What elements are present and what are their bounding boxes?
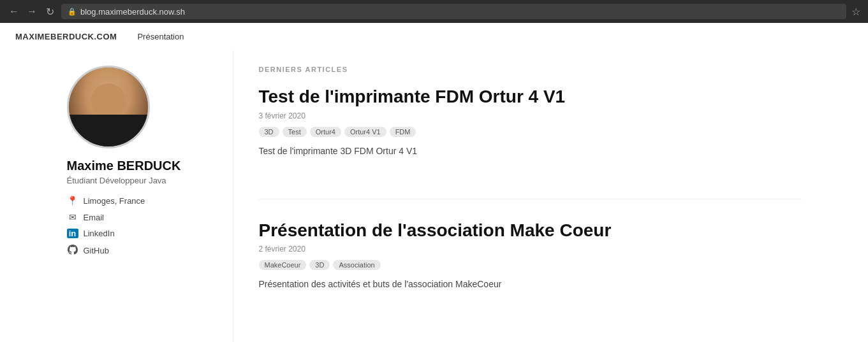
article-tags-1: 3D Test Ortur4 Ortur4 V1 FDM [259, 127, 802, 137]
back-button[interactable]: ← [8, 5, 20, 18]
profile-name: Maxime BERDUCK [67, 159, 181, 173]
section-label: DERNIERS ARTICLES [259, 66, 802, 73]
location-icon: 📍 [67, 196, 78, 206]
github-item[interactable]: GitHub [67, 245, 145, 257]
linkedin-link[interactable]: LinkedIn [84, 229, 115, 238]
article-title-1[interactable]: Test de l'imprimante FDM Ortur 4 V1 [259, 86, 802, 108]
location-text: Limoges, France [84, 196, 145, 206]
email-item[interactable]: ✉ Email [67, 212, 145, 222]
article-item: Présentation de l'association Make Coeur… [259, 220, 802, 312]
tag[interactable]: 3D [309, 260, 330, 270]
article-excerpt-1: Test de l'imprimante 3D FDM Ortur 4 V1 [259, 145, 802, 158]
tag[interactable]: Association [333, 260, 380, 270]
tag[interactable]: Test [283, 127, 307, 137]
linkedin-item[interactable]: in LinkedIn [67, 229, 145, 238]
profile-subtitle: Étudiant Développeur Java [67, 176, 166, 185]
forward-button[interactable]: → [26, 5, 38, 18]
email-link[interactable]: Email [84, 213, 105, 222]
site-nav: MAXIMEBERDUCK.COM Présentation [0, 23, 868, 50]
url-text: blog.maximeberduck.now.sh [80, 7, 185, 17]
main-content: DERNIERS ARTICLES Test de l'imprimante F… [233, 50, 802, 342]
article-date-2: 2 février 2020 [259, 245, 802, 253]
article-title-2[interactable]: Présentation de l'association Make Coeur [259, 220, 802, 241]
github-icon [67, 245, 78, 257]
article-excerpt-2: Présentation des activités et buts de l'… [259, 278, 802, 291]
nav-link-presentation[interactable]: Présentation [137, 32, 184, 41]
article-item: Test de l'imprimante FDM Ortur 4 V1 3 fé… [259, 86, 802, 178]
article-date-1: 3 février 2020 [259, 111, 802, 120]
location-item: 📍 Limoges, France [67, 196, 145, 206]
profile-info: 📍 Limoges, France ✉ Email in LinkedIn Gi… [67, 196, 145, 257]
avatar-image [69, 68, 148, 146]
browser-chrome: ← → ↻ 🔒 blog.maximeberduck.now.sh ☆ [0, 0, 868, 23]
tag[interactable]: Ortur4 [310, 127, 341, 137]
address-bar[interactable]: 🔒 blog.maximeberduck.now.sh [61, 4, 846, 19]
tag[interactable]: 3D [259, 127, 279, 137]
article-divider [259, 199, 802, 199]
lock-icon: 🔒 [68, 8, 77, 16]
avatar [67, 66, 150, 148]
sidebar: Maxime BERDUCK Étudiant Développeur Java… [67, 50, 233, 342]
tag[interactable]: Ortur4 V1 [344, 127, 386, 137]
site-logo[interactable]: MAXIMEBERDUCK.COM [15, 32, 117, 41]
bookmark-icon[interactable]: ☆ [851, 6, 860, 18]
linkedin-icon: in [67, 229, 78, 238]
github-link[interactable]: GitHub [84, 246, 109, 255]
tag[interactable]: FDM [390, 127, 416, 137]
page-layout: Maxime BERDUCK Étudiant Développeur Java… [52, 50, 817, 342]
article-tags-2: MakeCoeur 3D Association [259, 260, 802, 270]
refresh-button[interactable]: ↻ [43, 5, 56, 18]
email-icon: ✉ [67, 212, 78, 222]
tag[interactable]: MakeCoeur [259, 260, 307, 270]
